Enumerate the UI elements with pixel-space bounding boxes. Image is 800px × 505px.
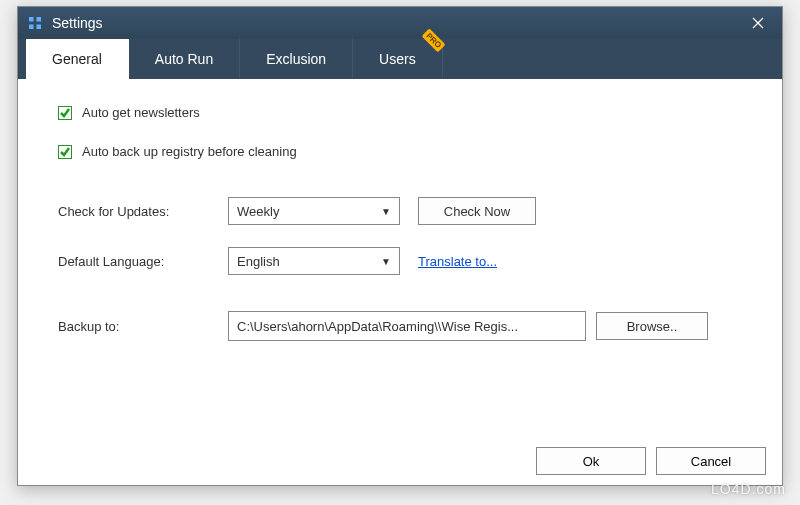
row-language: Default Language: English ▼ Translate to…: [58, 247, 752, 275]
checkbox-label: Auto get newsletters: [82, 105, 200, 120]
backup-path-value: C:\Users\ahorn\AppData\Roaming\\Wise Reg…: [237, 319, 518, 334]
cancel-button[interactable]: Cancel: [656, 447, 766, 475]
tab-users[interactable]: Users PRO: [353, 39, 443, 79]
button-label: Browse..: [627, 319, 678, 334]
row-check-updates: Check for Updates: Weekly ▼ Check Now: [58, 197, 752, 225]
tab-label: General: [52, 51, 102, 67]
tab-label: Users: [379, 51, 416, 67]
check-now-button[interactable]: Check Now: [418, 197, 536, 225]
button-label: Check Now: [444, 204, 510, 219]
browse-button[interactable]: Browse..: [596, 312, 708, 340]
close-button[interactable]: [742, 9, 774, 37]
backup-label: Backup to:: [58, 319, 228, 334]
tab-auto-run[interactable]: Auto Run: [129, 39, 240, 79]
checkbox-icon: [58, 106, 72, 120]
ok-button[interactable]: Ok: [536, 447, 646, 475]
settings-window: Settings General Auto Run Exclusion User…: [17, 6, 783, 486]
row-backup-path: Backup to: C:\Users\ahorn\AppData\Roamin…: [58, 311, 752, 341]
tab-label: Exclusion: [266, 51, 326, 67]
close-icon: [752, 17, 764, 29]
button-label: Ok: [583, 454, 600, 469]
checkbox-icon: [58, 145, 72, 159]
chevron-down-icon: ▼: [381, 206, 391, 217]
content-area: Auto get newsletters Auto back up regist…: [18, 79, 782, 437]
translate-link[interactable]: Translate to...: [418, 254, 497, 269]
backup-path-input[interactable]: C:\Users\ahorn\AppData\Roaming\\Wise Reg…: [228, 311, 586, 341]
button-label: Cancel: [691, 454, 731, 469]
language-dropdown[interactable]: English ▼: [228, 247, 400, 275]
dropdown-value: Weekly: [237, 204, 381, 219]
tabbar: General Auto Run Exclusion Users PRO: [18, 39, 782, 79]
window-title: Settings: [52, 15, 742, 31]
chevron-down-icon: ▼: [381, 256, 391, 267]
tab-label: Auto Run: [155, 51, 213, 67]
checkbox-auto-newsletters[interactable]: Auto get newsletters: [58, 105, 752, 120]
updates-frequency-dropdown[interactable]: Weekly ▼: [228, 197, 400, 225]
tab-exclusion[interactable]: Exclusion: [240, 39, 353, 79]
checkbox-auto-backup[interactable]: Auto back up registry before cleaning: [58, 144, 752, 159]
app-icon: [26, 14, 44, 32]
dialog-footer: Ok Cancel: [18, 437, 782, 485]
language-label: Default Language:: [58, 254, 228, 269]
tab-general[interactable]: General: [26, 39, 129, 79]
dropdown-value: English: [237, 254, 381, 269]
updates-label: Check for Updates:: [58, 204, 228, 219]
checkbox-label: Auto back up registry before cleaning: [82, 144, 297, 159]
titlebar: Settings: [18, 7, 782, 39]
